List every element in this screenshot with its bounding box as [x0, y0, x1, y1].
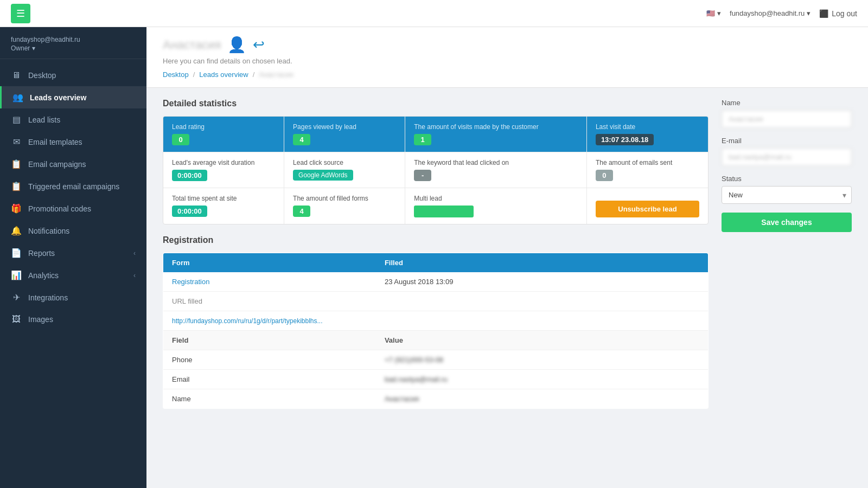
layout: fundayshop@headhit.ru Owner ▾ 🖥 Desktop …	[0, 27, 868, 488]
field-value-email: bad.nastya@mail.ru	[376, 370, 709, 389]
field-value-phone: +7 (921)000-53-08	[376, 350, 709, 370]
user-selector[interactable]: fundayshop@headhit.ru ▾	[730, 9, 810, 17]
sidebar-user: fundayshop@headhit.ru Owner ▾	[0, 27, 146, 59]
stat-cell-visits: The amount of visits made by the custome…	[405, 117, 587, 152]
stat-label-lead-rating: Lead rating	[172, 123, 275, 131]
url-filled-row: URL filled	[163, 292, 709, 311]
registration-form-link[interactable]: Registration	[172, 278, 209, 286]
table-header-form: Form	[163, 253, 376, 273]
breadcrumb-current: Анастасия	[259, 70, 293, 79]
form-link-cell: Registration	[163, 272, 376, 292]
fields-header-row: Field Value	[163, 331, 709, 350]
stat-value-last-visit: 13:07 23.08.18	[596, 134, 654, 145]
stat-cell-emails-sent: The amount of emails sent 0	[587, 152, 708, 188]
hamburger-icon: ☰	[16, 8, 25, 20]
status-select[interactable]: New In progress Done Rejected	[722, 186, 852, 204]
email-input[interactable]	[722, 148, 852, 166]
email-field-label: E-mail	[722, 137, 852, 145]
content-left: Detailed statistics Lead rating 0 Pages …	[163, 99, 709, 420]
right-panel: Name E-mail Status New In progress Done …	[722, 99, 852, 420]
navbar: ☰ 🇺🇸 ▾ fundayshop@headhit.ru ▾ ⬛ Log out	[0, 0, 868, 27]
stat-value-total-time: 0:00:00	[172, 206, 207, 217]
status-field-group: Status New In progress Done Rejected ▾	[722, 175, 852, 204]
sidebar-item-analytics[interactable]: 📊 Analytics ‹	[0, 264, 146, 286]
detailed-statistics-title: Detailed statistics	[163, 99, 709, 108]
stat-value-click-source: Google AdWords	[293, 170, 353, 181]
sidebar-item-label: Triggered email campaigns	[28, 182, 136, 191]
save-changes-button[interactable]: Save changes	[722, 213, 852, 232]
page-header-top: Анастасия 👤 ↩	[163, 36, 852, 54]
hamburger-button[interactable]: ☰	[11, 4, 30, 23]
page-header: Анастасия 👤 ↩ Here you can find details …	[146, 27, 868, 88]
table-header-filled: Filled	[376, 253, 709, 273]
sidebar-navigation: 🖥 Desktop 👥 Leads overview ▤ Lead lists …	[0, 59, 146, 336]
stat-label-visits: The amount of visits made by the custome…	[414, 123, 578, 131]
table-header-row: Form Filled	[163, 253, 709, 273]
table-row: Registration 23 August 2018 13:09	[163, 272, 709, 292]
stat-cell-last-visit: Last visit date 13:07 23.08.18	[587, 117, 708, 152]
breadcrumb-desktop[interactable]: Desktop	[163, 70, 189, 79]
stat-label-total-time: Total time spent at site	[172, 195, 275, 202]
status-field-label: Status	[722, 175, 852, 183]
lead-history-icon[interactable]: ↩	[253, 36, 265, 53]
stat-label-keyword: The keyword that lead clicked on	[414, 159, 578, 166]
sidebar-item-triggered-email[interactable]: 📋 Triggered email campaigns	[0, 175, 146, 197]
stats-row-3: Total time spent at site 0:00:00 The amo…	[163, 188, 708, 224]
stat-value-keyword: -	[414, 170, 431, 181]
content-area: Detailed statistics Lead rating 0 Pages …	[146, 88, 868, 431]
triggered-email-icon: 📋	[11, 181, 22, 191]
breadcrumb: Desktop / Leads overview / Анастасия	[163, 70, 852, 79]
stat-value-filled-forms: 4	[293, 206, 310, 217]
sidebar-item-label: Email campaigns	[28, 160, 136, 169]
breadcrumb-sep-1: /	[193, 70, 195, 79]
lead-name-blurred: Анастасия	[163, 38, 221, 52]
table-row: Name Анастасия	[163, 389, 709, 409]
url-link[interactable]: http://fundayshop.com/ru/ru/1g/d/r/part/…	[172, 317, 322, 325]
name-input[interactable]	[722, 110, 852, 128]
sidebar-item-email-templates[interactable]: ✉ Email templates	[0, 131, 146, 153]
sidebar-item-images[interactable]: 🖼 Images	[0, 309, 146, 330]
registration-section: Registration Form Filled Registration	[163, 235, 709, 409]
field-value-name: Анастасия	[376, 389, 709, 409]
flag-selector[interactable]: 🇺🇸 ▾	[706, 9, 721, 17]
stat-value-lead-rating: 0	[172, 134, 189, 145]
unsubscribe-lead-button[interactable]: Unsubscribe lead	[596, 201, 699, 217]
sidebar-item-promotional-codes[interactable]: 🎁 Promotional codes	[0, 197, 146, 220]
images-icon: 🖼	[11, 314, 22, 324]
sidebar-item-notifications[interactable]: 🔔 Notifications	[0, 220, 146, 242]
analytics-arrow: ‹	[133, 272, 136, 279]
sidebar-item-label: Lead lists	[28, 115, 136, 124]
sidebar-item-lead-lists[interactable]: ▤ Lead lists	[0, 108, 146, 131]
stat-label-filled-forms: The amount of filled forms	[293, 195, 396, 202]
sidebar-item-reports[interactable]: 📄 Reports ‹	[0, 242, 146, 264]
sidebar-item-desktop[interactable]: 🖥 Desktop	[0, 65, 146, 86]
sidebar-item-label: Promotional codes	[28, 204, 136, 213]
sidebar-item-label: Images	[28, 315, 136, 324]
main-content: Анастасия 👤 ↩ Here you can find details …	[146, 27, 868, 488]
field-name-phone: Phone	[163, 350, 376, 370]
stat-label-click-source: Lead click source	[293, 159, 396, 166]
sidebar-item-label: Notifications	[28, 227, 136, 235]
page-description: Here you can find details on chosen lead…	[163, 57, 852, 65]
breadcrumb-leads-overview[interactable]: Leads overview	[199, 70, 248, 79]
email-campaigns-icon: 📋	[11, 159, 22, 169]
integrations-icon: ✈	[11, 292, 22, 303]
url-value-row: http://fundayshop.com/ru/ru/1g/d/r/part/…	[163, 311, 709, 331]
lead-person-icon: 👤	[227, 36, 246, 54]
navbar-right: 🇺🇸 ▾ fundayshop@headhit.ru ▾ ⬛ Log out	[706, 9, 857, 18]
sidebar-item-leads-overview[interactable]: 👥 Leads overview	[0, 86, 146, 108]
email-templates-icon: ✉	[11, 137, 22, 147]
url-filled-value-cell	[376, 292, 709, 311]
sidebar-item-label: Analytics	[28, 271, 127, 280]
registration-title: Registration	[163, 235, 709, 245]
navbar-left: ☰	[11, 4, 30, 23]
sidebar-item-label: Reports	[28, 249, 127, 258]
lead-lists-icon: ▤	[11, 114, 22, 125]
logout-icon: ⬛	[819, 9, 828, 18]
sidebar-item-email-campaigns[interactable]: 📋 Email campaigns	[0, 153, 146, 175]
sidebar-item-integrations[interactable]: ✈ Integrations	[0, 286, 146, 309]
logout-button[interactable]: ⬛ Log out	[819, 9, 857, 18]
stat-label-pages-viewed: Pages viewed by lead	[293, 123, 396, 131]
field-name-email: Email	[163, 370, 376, 389]
registration-table: Form Filled Registration 23 August 2018 …	[163, 253, 709, 409]
